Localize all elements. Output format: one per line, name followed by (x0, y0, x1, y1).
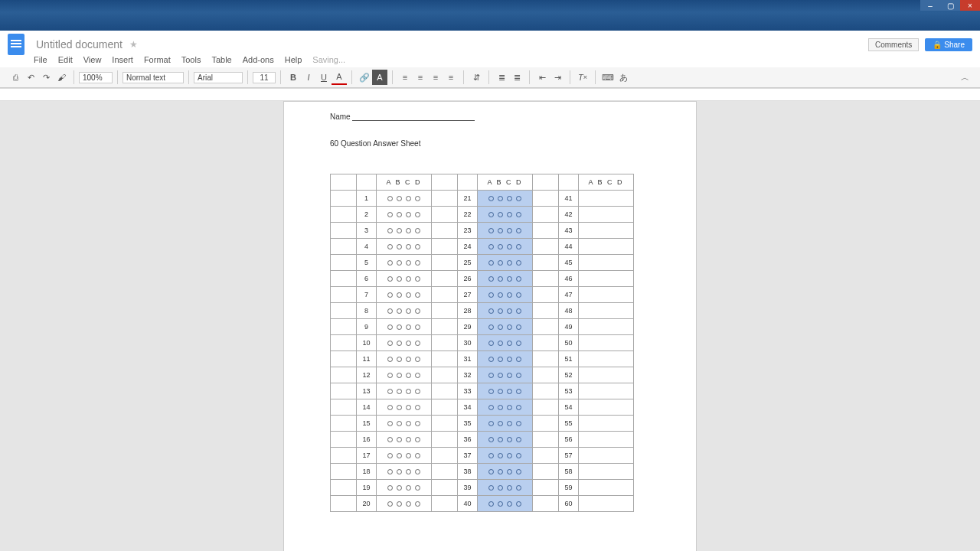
table-row[interactable]: 113151 (331, 351, 634, 367)
answer-bubble[interactable] (397, 324, 402, 330)
answer-bubble[interactable] (406, 292, 411, 298)
answer-bubble[interactable] (387, 308, 393, 314)
table-row[interactable]: 143454 (331, 399, 634, 416)
answer-bubble[interactable] (387, 501, 393, 507)
bubble-cell[interactable] (579, 399, 634, 416)
table-row[interactable]: 52545 (331, 255, 634, 271)
table-row[interactable]: 123252 (331, 367, 634, 383)
bubble-cell[interactable] (579, 303, 634, 319)
answer-bubble[interactable] (507, 228, 512, 233)
answer-bubble[interactable] (387, 389, 393, 394)
answer-bubble[interactable] (498, 357, 503, 362)
table-header-blank[interactable] (559, 174, 579, 191)
table-cell-blank[interactable] (331, 464, 357, 480)
bold-icon[interactable]: B (286, 70, 301, 85)
question-number[interactable]: 55 (559, 416, 579, 432)
bubble-cell[interactable] (478, 416, 533, 432)
answer-bubble[interactable] (507, 405, 512, 410)
answer-bubble[interactable] (498, 485, 503, 491)
table-header-letters[interactable]: A B C D (377, 174, 432, 191)
table-row[interactable]: 62646 (331, 271, 634, 287)
table-cell-blank[interactable] (432, 255, 458, 271)
bubble-cell[interactable] (478, 399, 533, 416)
answer-bubble[interactable] (415, 212, 420, 217)
question-number[interactable]: 42 (559, 207, 579, 223)
bubble-cell[interactable] (478, 432, 533, 448)
question-number[interactable]: 48 (559, 303, 579, 319)
answer-bubble[interactable] (488, 453, 494, 458)
bubble-cell[interactable] (377, 271, 432, 287)
table-row[interactable]: 204060 (331, 496, 634, 512)
answer-bubble[interactable] (397, 292, 402, 298)
answer-bubble[interactable] (415, 405, 420, 410)
question-number[interactable]: 59 (559, 480, 579, 496)
answer-bubble[interactable] (397, 260, 402, 266)
bubble-cell[interactable] (478, 496, 533, 512)
bubble-cell[interactable] (377, 239, 432, 255)
table-cell-blank[interactable] (331, 399, 357, 416)
answer-bubble[interactable] (498, 276, 503, 282)
question-number[interactable]: 53 (559, 383, 579, 399)
document-canvas[interactable]: Name 60 Question Answer Sheet A B C DA B… (0, 101, 980, 551)
question-number[interactable]: 50 (559, 335, 579, 351)
answer-bubble[interactable] (415, 485, 420, 491)
answer-bubble[interactable] (406, 276, 411, 282)
table-cell-blank[interactable] (331, 383, 357, 399)
answer-bubble[interactable] (498, 373, 503, 378)
answer-bubble[interactable] (488, 276, 494, 282)
align-left-icon[interactable]: ≡ (397, 70, 413, 85)
question-number[interactable]: 16 (357, 432, 377, 448)
answer-bubble[interactable] (507, 324, 512, 330)
question-number[interactable]: 57 (559, 448, 579, 464)
align-right-icon[interactable]: ≡ (428, 70, 443, 85)
bubble-cell[interactable] (478, 351, 533, 367)
table-cell-blank[interactable] (432, 367, 458, 383)
answer-bubble[interactable] (516, 308, 521, 314)
table-header-blank[interactable] (331, 174, 357, 191)
answer-bubble[interactable] (516, 405, 521, 410)
table-cell-blank[interactable] (533, 496, 559, 512)
answer-bubble[interactable] (406, 324, 411, 330)
answer-bubble[interactable] (387, 276, 393, 282)
question-number[interactable]: 56 (559, 432, 579, 448)
answer-bubble[interactable] (488, 308, 494, 314)
bubble-cell[interactable] (377, 416, 432, 432)
question-number[interactable]: 18 (357, 464, 377, 480)
question-number[interactable]: 45 (559, 255, 579, 271)
answer-bubble[interactable] (406, 244, 411, 249)
bubble-cell[interactable] (478, 480, 533, 496)
answer-bubble[interactable] (387, 341, 393, 346)
answer-bubble[interactable] (498, 389, 503, 394)
answer-bubble[interactable] (387, 373, 393, 378)
answer-bubble[interactable] (488, 405, 494, 410)
menu-format[interactable]: Format (144, 55, 171, 64)
table-cell-blank[interactable] (533, 303, 559, 319)
question-number[interactable]: 20 (357, 496, 377, 512)
table-cell-blank[interactable] (432, 223, 458, 239)
table-cell-blank[interactable] (533, 383, 559, 399)
answer-bubble[interactable] (397, 485, 402, 491)
question-number[interactable]: 31 (458, 351, 478, 367)
answer-bubble[interactable] (516, 324, 521, 330)
question-number[interactable]: 40 (458, 496, 478, 512)
bubble-cell[interactable] (377, 319, 432, 335)
answer-bubble[interactable] (507, 437, 512, 442)
table-cell-blank[interactable] (331, 448, 357, 464)
answer-bubble[interactable] (488, 212, 494, 217)
answer-bubble[interactable] (516, 276, 521, 282)
answer-bubble[interactable] (387, 421, 393, 426)
answer-bubble[interactable] (397, 244, 402, 249)
question-number[interactable]: 36 (458, 432, 478, 448)
answer-bubble[interactable] (516, 260, 521, 266)
table-cell-blank[interactable] (533, 416, 559, 432)
answer-bubble[interactable] (406, 485, 411, 491)
answer-bubble[interactable] (387, 453, 393, 458)
bubble-cell[interactable] (579, 207, 634, 223)
answer-bubble[interactable] (516, 501, 521, 507)
undo-icon[interactable]: ↶ (23, 70, 38, 85)
table-row[interactable]: 22242 (331, 207, 634, 223)
table-cell-blank[interactable] (533, 432, 559, 448)
answer-bubble[interactable] (397, 389, 402, 394)
answer-bubble[interactable] (406, 308, 411, 314)
answer-bubble[interactable] (415, 308, 420, 314)
